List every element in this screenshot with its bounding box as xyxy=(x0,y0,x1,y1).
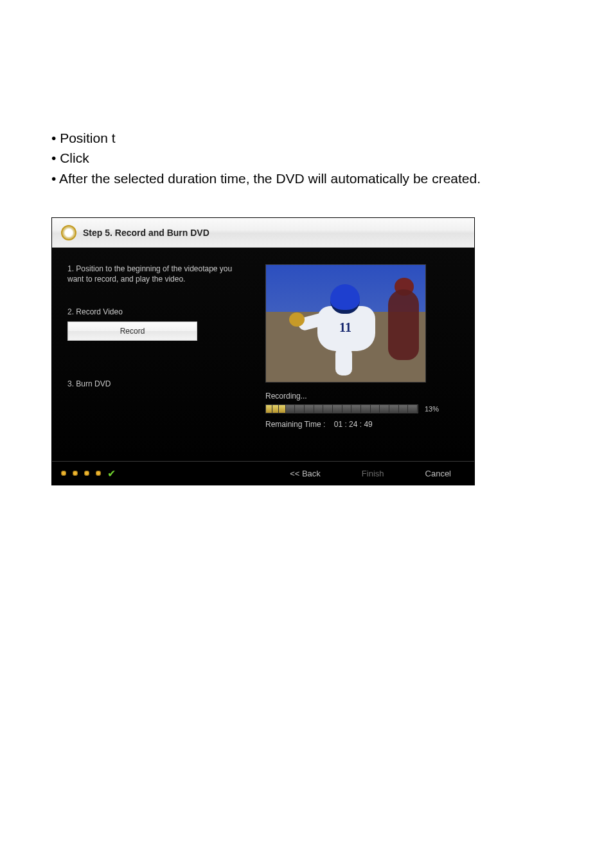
remaining-value: 01 : 24 : 49 xyxy=(334,420,373,429)
step-dot-3[interactable] xyxy=(84,471,89,476)
progress-wrap: 13% xyxy=(265,404,458,413)
preview-bg-player xyxy=(388,289,419,360)
bullet-click: • Click xyxy=(51,149,562,167)
step-indicator: ✔ xyxy=(61,467,116,480)
preview-player: 11 xyxy=(305,284,382,374)
video-preview: 11 xyxy=(265,264,426,383)
remaining-time: Remaining Time : 01 : 24 : 49 xyxy=(265,420,458,429)
recording-status: Recording... xyxy=(265,392,458,401)
progress-bar xyxy=(265,404,418,413)
dvd-wheel-icon xyxy=(61,225,76,240)
progress-rest xyxy=(286,405,418,413)
step-2-text: 2. Record Video xyxy=(67,307,247,316)
document-page: • Position t • Click • After the selecte… xyxy=(0,0,613,868)
back-button[interactable]: << Back xyxy=(290,469,321,478)
preview-player-helmet xyxy=(330,284,360,314)
bullet-position: • Position t xyxy=(51,129,562,147)
wizard-header: Step 5. Record and Burn DVD xyxy=(52,218,474,248)
progress-percent: 13% xyxy=(425,405,439,413)
steps-panel: 1. Position to the beginning of the vide… xyxy=(67,264,247,388)
checkmark-icon: ✔ xyxy=(107,468,116,479)
wizard-title: Step 5. Record and Burn DVD xyxy=(83,228,209,238)
preview-player-leg xyxy=(335,347,352,375)
wizard-body: 1. Position to the beginning of the vide… xyxy=(52,248,474,460)
instruction-bullets: • Position t • Click • After the selecte… xyxy=(51,129,562,188)
step-dot-5-current: ✔ xyxy=(107,467,116,480)
finish-button[interactable]: Finish xyxy=(362,469,384,478)
footer-buttons: << Back Finish Cancel xyxy=(290,469,451,478)
step-1-text: 1. Position to the beginning of the vide… xyxy=(67,264,247,284)
cancel-button[interactable]: Cancel xyxy=(425,469,451,478)
record-button[interactable]: Record xyxy=(67,321,197,341)
remaining-label: Remaining Time : xyxy=(265,420,325,429)
step-3-text: 3. Burn DVD xyxy=(67,379,247,388)
step-dot-4[interactable] xyxy=(96,471,101,476)
step-dot-2[interactable] xyxy=(73,471,78,476)
step-dot-1[interactable] xyxy=(61,471,66,476)
preview-player-number: 11 xyxy=(339,320,351,335)
progress-fill xyxy=(266,405,286,413)
preview-area: 11 Recording... xyxy=(265,264,458,429)
wizard-footer: ✔ << Back Finish Cancel xyxy=(52,461,474,485)
dvd-wizard-window: Step 5. Record and Burn DVD 1. Position … xyxy=(51,217,475,485)
preview-player-glove xyxy=(289,312,305,327)
bullet-after-duration: • After the selected duration time, the … xyxy=(51,169,562,188)
